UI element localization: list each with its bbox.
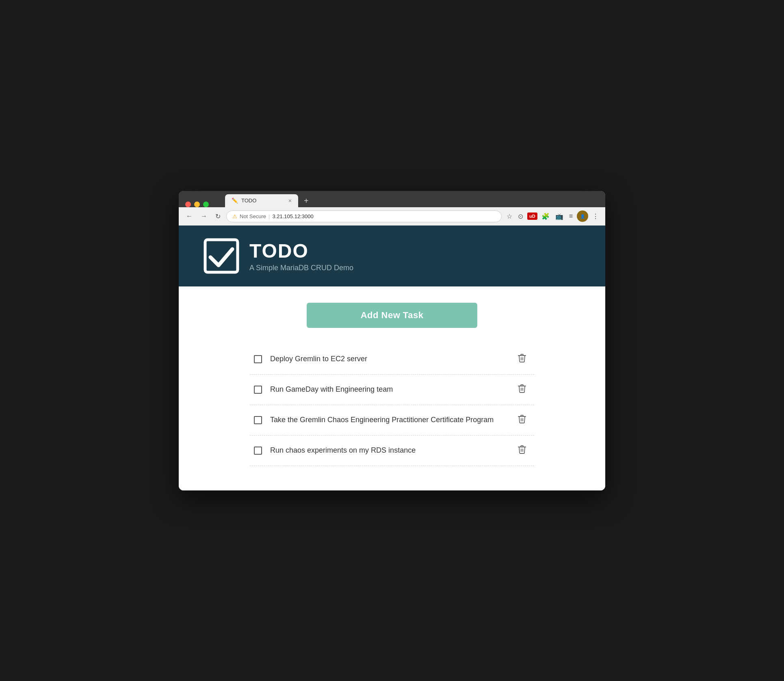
- task-item: Run GameDay with Engineering team: [250, 375, 534, 405]
- task-checkbox[interactable]: [254, 416, 262, 424]
- tab-favicon-icon: ✏️: [232, 197, 238, 204]
- camera-button[interactable]: ⊙: [516, 211, 525, 222]
- reload-button[interactable]: ↻: [213, 211, 223, 222]
- app-header: TODO A Simple MariaDB CRUD Demo: [179, 226, 605, 286]
- task-text: Take the Gremlin Chaos Engineering Pract…: [270, 415, 506, 425]
- security-label: Not Secure: [240, 213, 266, 219]
- nav-bar: ← → ↻ ⚠ Not Secure | 3.21.105.12:3000 ☆ …: [179, 207, 605, 226]
- media-button[interactable]: ≡: [567, 211, 574, 221]
- trash-icon: [517, 353, 527, 363]
- task-list: Deploy Gremlin to EC2 server Run GameDay…: [250, 344, 534, 466]
- app-content: TODO A Simple MariaDB CRUD Demo Add New …: [179, 226, 605, 490]
- task-checkbox[interactable]: [254, 386, 262, 394]
- app-body: Add New Task Deploy Gremlin to EC2 serve…: [179, 286, 605, 490]
- app-subtitle: A Simple MariaDB CRUD Demo: [249, 264, 353, 272]
- forward-button[interactable]: →: [198, 211, 210, 221]
- address-text: 3.21.105.12:3000: [272, 213, 313, 219]
- delete-task-button[interactable]: [514, 412, 530, 428]
- delete-task-button[interactable]: [514, 443, 530, 458]
- nav-actions: ☆ ⊙ uD 🧩 📺 ≡ 👤 ⋮: [505, 210, 600, 222]
- tab-title: TODO: [241, 197, 256, 204]
- task-text: Run chaos experiments on my RDS instance: [270, 445, 506, 455]
- traffic-lights: [185, 202, 209, 207]
- maximize-button[interactable]: [203, 202, 209, 207]
- address-bar[interactable]: ⚠ Not Secure | 3.21.105.12:3000: [226, 210, 502, 222]
- browser-window: ✏️ TODO × + ← → ↻ ⚠ Not Secure | 3.21.10…: [179, 191, 605, 490]
- app-title: TODO: [249, 240, 353, 262]
- app-logo-icon: [203, 238, 240, 274]
- task-item: Take the Gremlin Chaos Engineering Pract…: [250, 405, 534, 436]
- browser-chrome: ✏️ TODO × + ← → ↻ ⚠ Not Secure | 3.21.10…: [179, 191, 605, 226]
- add-task-button[interactable]: Add New Task: [307, 303, 477, 328]
- minimize-button[interactable]: [194, 202, 200, 207]
- close-button[interactable]: [185, 202, 191, 207]
- task-item: Run chaos experiments on my RDS instance: [250, 436, 534, 466]
- delete-task-button[interactable]: [514, 351, 530, 367]
- back-button[interactable]: ←: [184, 211, 195, 221]
- task-text: Deploy Gremlin to EC2 server: [270, 354, 506, 364]
- active-tab[interactable]: ✏️ TODO ×: [225, 194, 298, 207]
- profile-avatar[interactable]: 👤: [577, 210, 588, 222]
- app-title-group: TODO A Simple MariaDB CRUD Demo: [249, 240, 353, 272]
- tab-bar: ✏️ TODO × +: [179, 191, 605, 207]
- task-checkbox[interactable]: [254, 355, 262, 363]
- address-separator: |: [269, 213, 270, 219]
- new-tab-button[interactable]: +: [300, 195, 313, 207]
- extensions-button[interactable]: 🧩: [540, 211, 551, 222]
- bookmark-button[interactable]: ☆: [505, 211, 514, 222]
- more-button[interactable]: ⋮: [591, 211, 600, 222]
- task-checkbox[interactable]: [254, 447, 262, 455]
- trash-icon: [517, 445, 527, 454]
- tab-close-button[interactable]: ×: [288, 197, 292, 204]
- security-warning-icon: ⚠: [232, 213, 237, 219]
- task-text: Run GameDay with Engineering team: [270, 384, 506, 395]
- trash-icon: [517, 414, 527, 424]
- trash-icon: [517, 384, 527, 393]
- ublock-button[interactable]: uD: [527, 213, 537, 220]
- task-item: Deploy Gremlin to EC2 server: [250, 344, 534, 375]
- cast-button[interactable]: 📺: [554, 211, 565, 222]
- delete-task-button[interactable]: [514, 382, 530, 397]
